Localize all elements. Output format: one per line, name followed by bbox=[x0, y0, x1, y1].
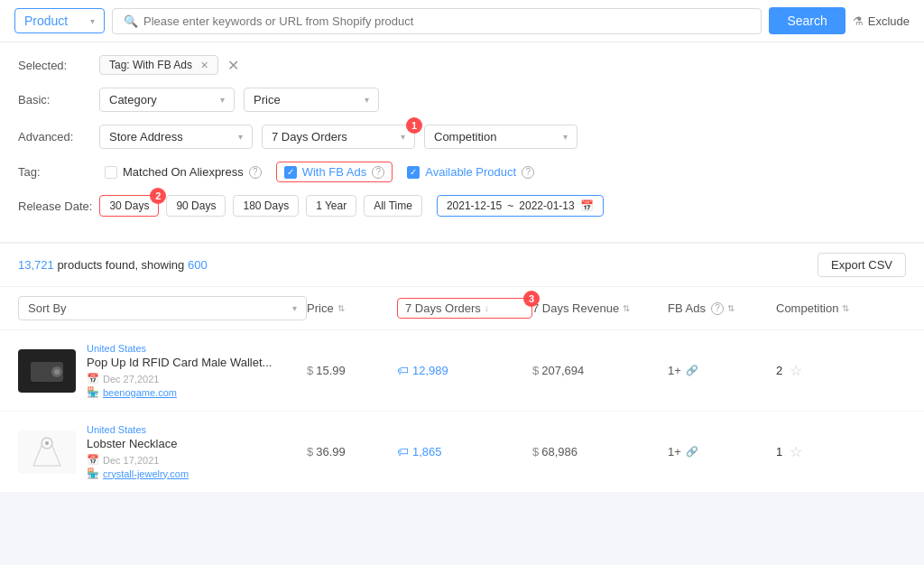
product-dropdown-label: Product bbox=[24, 14, 68, 28]
price-1: 15.99 bbox=[316, 364, 346, 377]
available-checkbox-box: ✓ bbox=[407, 166, 420, 179]
aliexpress-checkbox[interactable]: Matched On Aliexpress ? bbox=[105, 165, 262, 179]
fbads-column-header[interactable]: FB Ads ? ⇅ bbox=[668, 301, 776, 315]
aliexpress-checkbox-box bbox=[105, 166, 117, 179]
orders-select[interactable]: 7 Days Orders ▾ bbox=[262, 125, 415, 149]
competition-value-1: 2 ☆ bbox=[776, 362, 884, 379]
date-range-picker[interactable]: 2021-12-15 ~ 2022-01-13 📅 bbox=[437, 195, 604, 217]
orders-1: 12,989 bbox=[412, 364, 448, 377]
revenue-column-header[interactable]: 7 Days Revenue ⇅ bbox=[532, 301, 668, 315]
date-from: 2021-12-15 bbox=[447, 199, 502, 212]
competition-2: 1 bbox=[776, 445, 782, 458]
product-image-2 bbox=[18, 431, 76, 474]
competition-column-header[interactable]: Competition ⇅ bbox=[776, 301, 884, 315]
external-link-2[interactable]: 🔗 bbox=[686, 446, 698, 458]
price-chevron: ▾ bbox=[365, 95, 369, 105]
date-180-button[interactable]: 180 Days bbox=[233, 195, 299, 217]
search-button[interactable]: Search bbox=[769, 7, 845, 34]
competition-1: 2 bbox=[776, 364, 782, 377]
table-header: Sort By ▾ Price ⇅ 7 Days Orders ↓ 3 7 Da… bbox=[0, 287, 924, 330]
competition-chevron: ▾ bbox=[563, 132, 568, 142]
fbads-value-1: 1+ 🔗 bbox=[668, 364, 776, 377]
results-count: 13,721 bbox=[18, 258, 54, 272]
orders-select-wrap: 7 Days Orders ▾ 1 bbox=[262, 125, 415, 149]
orders-value-1: 🏷 12,989 bbox=[397, 364, 532, 377]
available-label: Available Product bbox=[425, 165, 516, 179]
available-info-icon[interactable]: ? bbox=[522, 166, 534, 179]
date-1year-button[interactable]: 1 Year bbox=[306, 195, 356, 217]
date-value-1: Dec 27,2021 bbox=[103, 374, 159, 384]
aliexpress-info-icon[interactable]: ? bbox=[249, 166, 262, 179]
competition-select[interactable]: Competition ▾ bbox=[424, 125, 578, 149]
competition-select-label: Competition bbox=[434, 130, 496, 144]
price-2: 36.99 bbox=[316, 445, 346, 458]
fbads-info-icon[interactable]: ? bbox=[711, 302, 724, 315]
revenue-value-2: $ 68,986 bbox=[532, 445, 668, 458]
selected-tag-close[interactable]: ✕ bbox=[200, 60, 208, 71]
svg-line-5 bbox=[52, 446, 60, 466]
fb-ads-label: With FB Ads bbox=[302, 165, 367, 179]
product-country-1: United States bbox=[87, 343, 307, 354]
external-link-1[interactable]: 🔗 bbox=[686, 365, 698, 376]
product-list: United States Pop Up Id RFID Card Male W… bbox=[0, 330, 924, 493]
product-date-1: 📅 Dec 27,2021 bbox=[87, 373, 307, 384]
price-select[interactable]: Price ▾ bbox=[244, 88, 379, 112]
product-details-2: United States Lobster Necklace 📅 Dec 17,… bbox=[87, 424, 307, 479]
tag-row: Tag: Matched On Aliexpress ? ✓ With FB A… bbox=[18, 162, 906, 182]
date-to: 2022-01-13 bbox=[519, 199, 574, 212]
product-dropdown[interactable]: Product ▾ bbox=[14, 8, 105, 33]
dollar-icon-rev-1: $ bbox=[532, 364, 539, 377]
search-input[interactable] bbox=[143, 14, 750, 28]
price-value-2: $ 36.99 bbox=[307, 445, 397, 458]
calendar-icon: 📅 bbox=[580, 199, 594, 212]
exclude-button[interactable]: ⚗ Exclude bbox=[853, 14, 910, 28]
fbads-value-2: 1+ 🔗 bbox=[668, 445, 776, 458]
sort-by-select[interactable]: Sort By ▾ bbox=[18, 296, 307, 320]
store-address-label: Store Address bbox=[109, 130, 183, 144]
revenue-value-1: $ 207,694 bbox=[532, 364, 668, 377]
date-dash: ~ bbox=[507, 199, 513, 212]
store-address-select[interactable]: Store Address ▾ bbox=[99, 125, 253, 149]
sort-chevron: ▾ bbox=[292, 303, 297, 313]
fbads-col-label: FB Ads bbox=[668, 301, 706, 315]
fb-ads-info-icon[interactable]: ? bbox=[372, 166, 384, 179]
date-90-button[interactable]: 90 Days bbox=[166, 195, 226, 217]
export-csv-button[interactable]: Export CSV bbox=[818, 253, 906, 277]
calendar-icon-2: 📅 bbox=[87, 454, 99, 466]
price-column-header[interactable]: Price ⇅ bbox=[307, 301, 397, 315]
revenue-col-label: 7 Days Revenue bbox=[532, 301, 619, 315]
orders-select-label: 7 Days Orders bbox=[272, 130, 347, 144]
fbads-sort-icon: ⇅ bbox=[727, 303, 735, 313]
date-all-button[interactable]: All Time bbox=[364, 195, 422, 217]
selected-label: Selected: bbox=[18, 59, 90, 72]
badge-3: 3 bbox=[523, 291, 540, 307]
release-date-row: Release Date: 30 Days 2 90 Days 180 Days… bbox=[18, 195, 906, 217]
fbads-1: 1+ bbox=[668, 364, 681, 377]
star-icon-1[interactable]: ☆ bbox=[790, 362, 802, 379]
product-store-1[interactable]: 🏪 beenogame.com bbox=[87, 386, 307, 398]
filter-section: Selected: Tag: With FB Ads ✕ ✕ Basic: Ca… bbox=[0, 42, 924, 243]
badge-1: 1 bbox=[406, 117, 422, 134]
price-select-label: Price bbox=[254, 93, 281, 107]
product-name-1[interactable]: Pop Up Id RFID Card Male Wallet... bbox=[87, 356, 307, 369]
price-sort-icon: ⇅ bbox=[337, 303, 345, 313]
orders-chevron: ▾ bbox=[401, 132, 405, 142]
orders-col-label: 7 Days Orders bbox=[405, 301, 481, 315]
competition-col-label: Competition bbox=[776, 301, 838, 315]
available-product-checkbox[interactable]: ✓ Available Product ? bbox=[407, 165, 534, 179]
tag-icon-2: 🏷 bbox=[397, 445, 409, 458]
store-url-1: beenogame.com bbox=[103, 387, 177, 398]
competition-sort-icon: ⇅ bbox=[842, 303, 849, 313]
category-select[interactable]: Category ▾ bbox=[99, 88, 235, 112]
product-store-2[interactable]: 🏪 crystall-jewelry.com bbox=[87, 468, 307, 479]
filter-icon: ⚗ bbox=[853, 14, 864, 28]
fb-ads-checkbox[interactable]: ✓ With FB Ads ? bbox=[284, 165, 385, 179]
orders-column-header[interactable]: 7 Days Orders ↓ bbox=[397, 298, 532, 319]
product-name-2[interactable]: Lobster Necklace bbox=[87, 437, 307, 450]
star-icon-2[interactable]: ☆ bbox=[790, 443, 802, 460]
dollar-icon-rev-2: $ bbox=[532, 445, 539, 458]
svg-point-7 bbox=[45, 441, 49, 445]
svg-rect-2 bbox=[54, 369, 60, 375]
product-info-1: United States Pop Up Id RFID Card Male W… bbox=[18, 343, 307, 398]
clear-all-button[interactable]: ✕ bbox=[227, 57, 239, 74]
